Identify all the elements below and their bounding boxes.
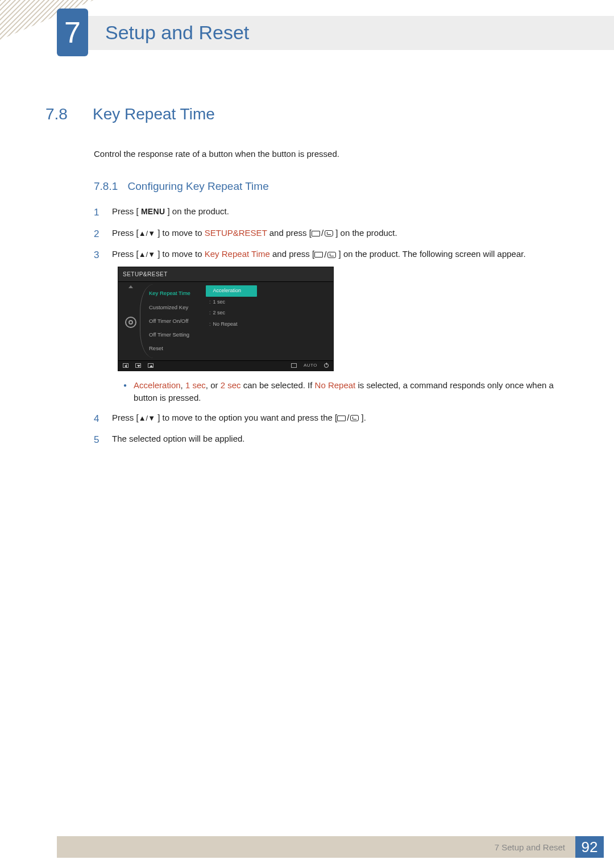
osd-option: 2 sec (206, 308, 257, 319)
subsection-title: Configuring Key Repeat Time (128, 180, 269, 192)
step-number: 2 (94, 227, 102, 242)
enter-icon (327, 252, 336, 258)
highlight-target: SETUP&RESET (205, 228, 267, 238)
osd-body: Key Repeat Time Customized Key Off Timer… (118, 282, 333, 360)
up-down-arrows-icon: ▲/▼ (139, 229, 155, 238)
chapter-number: 7 (64, 15, 81, 49)
step-text: Press [▲/▼ ] to move to SETUP&RESET and … (112, 227, 574, 242)
source-enter-icon: / (312, 227, 333, 240)
step-item: 2 Press [▲/▼ ] to move to SETUP&RESET an… (94, 227, 574, 242)
subsection-heading: 7.8.1 Configuring Key Repeat Time (94, 180, 574, 193)
up-arrow-icon (128, 285, 133, 288)
footer-chapter-label: 7 Setup and Reset (495, 842, 565, 852)
page-content: 7.8 Key Repeat Time Control the response… (45, 105, 574, 454)
gear-icon (125, 317, 136, 328)
osd-menu-item: Off Timer Setting (149, 328, 206, 342)
osd-menu-item: Key Repeat Time (149, 286, 206, 300)
osd-arc-decoration (140, 284, 154, 358)
source-enter-icon: / (314, 248, 336, 261)
osd-up-icon (148, 363, 154, 368)
osd-left-rail (118, 282, 143, 360)
step-item: 5 The selected option will be applied. (94, 433, 574, 447)
osd-back-icon (123, 363, 128, 368)
osd-footer-left (123, 363, 154, 368)
footer-page-number: 92 (575, 836, 604, 858)
step-text: Press [▲/▼ ] to move to the option you w… (112, 412, 574, 426)
rect-icon (314, 252, 323, 258)
osd-option: 1 sec (206, 297, 257, 308)
up-down-arrows-icon: ▲/▼ (139, 414, 155, 422)
rect-icon (312, 231, 320, 236)
osd-screenshot: SETUP&RESET Key Repeat Time Customized K… (118, 267, 574, 371)
osd-menu-item: Off Timer On/Off (149, 314, 206, 328)
step-item: 1 Press [ MENU ] on the product. (94, 205, 574, 220)
enter-icon (350, 415, 359, 421)
step-text: The selected option will be applied. (112, 433, 574, 447)
osd-option-selected: Acceleration (206, 285, 257, 297)
section-title: Key Repeat Time (93, 105, 215, 123)
osd-auto-label: AUTO (304, 362, 317, 369)
section-intro: Control the response rate of a button wh… (94, 149, 574, 159)
note-text: Acceleration, 1 sec, or 2 sec can be sel… (134, 379, 574, 405)
highlight-target: Key Repeat Time (205, 249, 270, 259)
source-enter-icon: / (337, 412, 359, 425)
osd-menu-item: Reset (149, 342, 206, 355)
osd-enter-icon (291, 363, 297, 368)
step-number: 1 (94, 205, 102, 220)
step-text: Press [ MENU ] on the product. (112, 205, 574, 220)
osd-footer-right: AUTO (291, 362, 329, 369)
step-number: 5 (94, 433, 102, 447)
bullet-icon: ● (123, 379, 127, 405)
osd-options-list: Acceleration 1 sec 2 sec No Repeat (206, 282, 257, 360)
chapter-title: Setup and Reset (105, 22, 249, 44)
step-item: 3 Press [▲/▼ ] to move to Key Repeat Tim… (94, 248, 574, 405)
step-item: 4 Press [▲/▼ ] to move to the option you… (94, 412, 574, 426)
step-text: Press [▲/▼ ] to move to Key Repeat Time … (112, 248, 574, 405)
osd-option: No Repeat (206, 319, 257, 330)
menu-keyword: MENU (139, 207, 168, 216)
page-footer: 7 Setup and Reset 92 (57, 836, 604, 858)
section-heading: 7.8 Key Repeat Time (45, 105, 574, 123)
up-down-arrows-icon: ▲/▼ (139, 250, 155, 259)
osd-panel: SETUP&RESET Key Repeat Time Customized K… (118, 267, 334, 371)
osd-down-icon (135, 363, 141, 368)
step-number: 3 (94, 248, 102, 405)
chapter-number-badge: 7 (57, 9, 88, 56)
section-number: 7.8 (45, 105, 77, 123)
step-number: 4 (94, 412, 102, 426)
osd-footer: AUTO (118, 360, 333, 371)
rect-icon (337, 416, 346, 421)
osd-title: SETUP&RESET (118, 267, 333, 282)
enter-icon (325, 230, 333, 236)
subsection-number: 7.8.1 (94, 180, 118, 192)
power-icon (324, 363, 329, 368)
note-bullet: ● Acceleration, 1 sec, or 2 sec can be s… (123, 379, 574, 405)
steps-list: 1 Press [ MENU ] on the product. 2 Press… (94, 205, 574, 447)
osd-menu-item: Customized Key (149, 301, 206, 314)
